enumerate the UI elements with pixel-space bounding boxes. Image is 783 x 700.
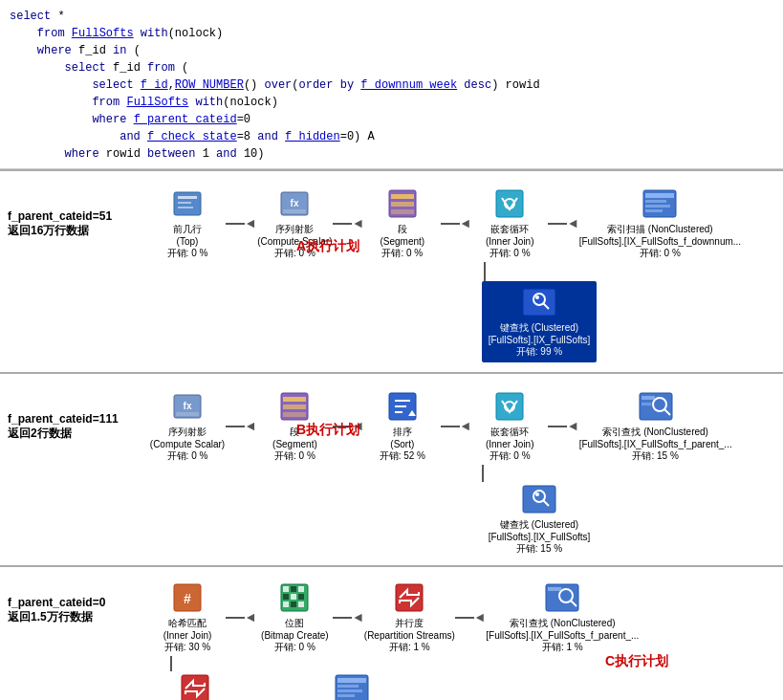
svg-point-21 (535, 295, 539, 299)
plan-node-compute2: fx 序列射影 (Compute Scalar) 开销: 0 % (149, 389, 226, 463)
plan-c-section: f_parent_cateid=0 返回1.5万行数据 C执行计划 # 哈希匹配 (0, 567, 783, 700)
plan-node-repart2: 并行度 (Repartition Streams) 开销: 20 % (149, 671, 240, 700)
plan-a-side-info: f_parent_cateid=51 返回16万行数据 (8, 181, 141, 239)
plan-node-idxsearch2: 索引查找 (NonClustered) [FullSofts].[IX_Full… (486, 580, 639, 654)
svg-rect-24 (176, 412, 199, 416)
svg-rect-17 (645, 209, 663, 212)
svg-rect-51 (283, 594, 289, 600)
plan-node-idxsearch1: 索引查找 (NonClustered) [FullSofts].[IX_Full… (579, 389, 732, 463)
svg-rect-15 (645, 200, 666, 203)
plan-node-idxscan1: 索引扫描 (NonClustered) [FullSofts].[IX_Full… (579, 186, 742, 260)
svg-rect-50 (298, 586, 304, 592)
svg-rect-55 (291, 602, 296, 607)
plan-a-row2 (149, 262, 775, 281)
svg-rect-27 (283, 405, 306, 409)
svg-rect-1 (178, 196, 197, 199)
svg-rect-10 (391, 209, 414, 214)
plan-node-top: 前几行 (Top) 开销: 0 % (149, 186, 226, 260)
svg-rect-28 (283, 412, 306, 417)
svg-rect-49 (291, 586, 296, 592)
svg-rect-48 (283, 586, 289, 592)
svg-rect-3 (178, 207, 193, 208)
svg-rect-8 (391, 194, 414, 199)
plan-a-label: A执行计划 (296, 238, 359, 255)
svg-rect-67 (337, 694, 355, 697)
svg-text:fx: fx (184, 401, 192, 411)
plan-node-seg1: 段 (Segment) 开销: 0 % (364, 186, 441, 260)
plan-node-keylook1: 键查找 (Clustered) [FullSofts].[IX_FullSoft… (482, 281, 597, 362)
svg-rect-56 (298, 602, 304, 607)
svg-rect-53 (298, 594, 304, 600)
svg-rect-2 (178, 202, 191, 204)
svg-rect-6 (283, 209, 306, 213)
plan-c-row2: 并行度 (Repartition Streams) 开销: 20 % ◄ (149, 671, 775, 700)
plan-node-repart1: 并行度 (Repartition Streams) 开销: 1 % (364, 580, 455, 654)
svg-rect-65 (337, 685, 359, 688)
plan-node-keylook2: 键查找 (Clustered) [FullSofts].[IX_FullSoft… (482, 482, 597, 556)
svg-rect-61 (548, 587, 561, 591)
plan-node-loop2: 嵌套循环 (Inner Join) 开销: 0 % (471, 389, 548, 463)
svg-rect-11 (496, 190, 523, 217)
sql-section: select * from FullSofts with(nolock) whe… (0, 0, 783, 169)
svg-rect-14 (645, 193, 674, 198)
plan-node-bitmap1: 位图 (Bitmap Create) 开销: 0 % (256, 580, 333, 654)
plan-node-sort1: 排序 (Sort) 开销: 52 % (364, 389, 441, 463)
plan-b-side-info: f_parent_cateid=111 返回2行数据 (8, 383, 141, 442)
plan-c-row1: # 哈希匹配 (Inner Join) 开销: 30 % ◄ (149, 580, 775, 654)
svg-rect-39 (642, 396, 655, 400)
svg-rect-16 (645, 205, 670, 208)
svg-rect-9 (391, 202, 414, 207)
plan-node-hash1: # 哈希匹配 (Inner Join) 开销: 30 % (149, 580, 226, 654)
plan-c-label: C执行计划 (605, 653, 668, 670)
svg-rect-26 (283, 397, 306, 402)
svg-point-44 (535, 492, 539, 496)
plan-a-section: f_parent_cateid=51 返回16万行数据 A执行计划 (0, 169, 783, 374)
plan-node-loop1: 嵌套循环 (Inner Join) 开销: 0 % (471, 186, 548, 260)
plan-b-section: f_parent_cateid=111 返回2行数据 B执行计划 fx 序列射影 (0, 374, 783, 567)
svg-text:fx: fx (291, 198, 299, 208)
plan-node-idxscan2: 索引扫描 (NonClustered) [FullSofts].[IX_Full… (271, 671, 433, 700)
svg-rect-66 (337, 689, 362, 692)
svg-text:#: # (184, 591, 191, 606)
svg-rect-64 (337, 678, 366, 683)
plan-b-label: B执行计划 (296, 422, 359, 439)
plan-b-row: fx 序列射影 (Compute Scalar) 开销: 0 % ◄ (149, 389, 775, 463)
svg-rect-52 (291, 594, 296, 600)
plan-a-row: 前几行 (Top) 开销: 0 % ◄ fx 序列射影 (149, 186, 775, 260)
svg-rect-54 (283, 602, 289, 607)
svg-rect-34 (496, 393, 523, 420)
svg-rect-40 (642, 403, 651, 405)
plan-c-side-info: f_parent_cateid=0 返回1.5万行数据 (8, 577, 141, 625)
